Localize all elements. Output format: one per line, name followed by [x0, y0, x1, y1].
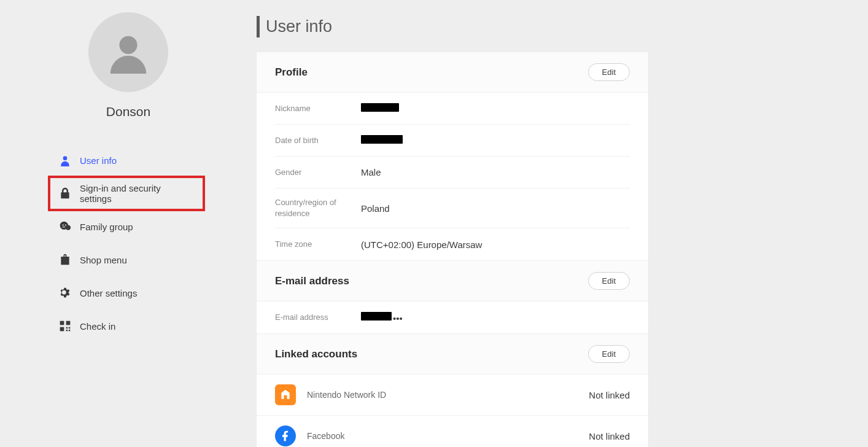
nav-label: Other settings: [80, 288, 137, 298]
linked-name: Facebook: [307, 431, 589, 441]
linked-title: Linked accounts: [275, 348, 357, 360]
lock-icon: [59, 187, 71, 200]
shop-icon: [59, 254, 71, 266]
row-nickname: Nickname: [275, 93, 630, 125]
redacted-email: [361, 312, 392, 321]
sidebar: Donson User info Sign-in and security se…: [0, 0, 257, 447]
nav-user-info[interactable]: User info: [49, 144, 257, 177]
nav-label: Check in: [80, 321, 115, 332]
email-title: E-mail address: [275, 275, 349, 287]
label-gender: Gender: [275, 167, 361, 178]
value-dob: [361, 135, 630, 146]
email-header: E-mail address Edit: [257, 260, 648, 301]
svg-point-4: [63, 224, 64, 225]
linked-header: Linked accounts Edit: [257, 333, 648, 375]
family-icon: [59, 220, 71, 233]
main: User info Profile Edit Nickname Date of …: [257, 0, 868, 447]
linked-nintendo: Nintendo Network ID Not linked: [257, 375, 648, 416]
facebook-icon: [275, 426, 296, 446]
row-gender: Gender Male: [275, 157, 630, 189]
linked-facebook: Facebook Not linked: [257, 416, 648, 447]
nav-label: Shop menu: [80, 255, 127, 265]
svg-rect-9: [66, 327, 68, 329]
nav-security[interactable]: Sign-in and security settings: [49, 177, 204, 210]
svg-rect-7: [66, 321, 71, 325]
row-email: E-mail address •••: [275, 301, 630, 333]
value-country: Poland: [361, 203, 630, 214]
nav-shop[interactable]: Shop menu: [49, 243, 257, 276]
nav-checkin[interactable]: Check in: [49, 309, 257, 343]
linked-status: Not linked: [589, 431, 630, 441]
value-email: •••: [361, 312, 630, 324]
label-dob: Date of birth: [275, 135, 361, 146]
nintendo-icon: [275, 384, 296, 405]
svg-point-3: [66, 225, 71, 230]
svg-point-5: [65, 224, 66, 225]
svg-rect-6: [60, 321, 64, 325]
username: Donson: [106, 104, 150, 119]
nav-family[interactable]: Family group: [49, 210, 257, 243]
redacted-nickname: [361, 103, 399, 112]
nav-label: Family group: [80, 222, 133, 232]
edit-linked-button[interactable]: Edit: [588, 345, 630, 363]
svg-rect-10: [69, 327, 71, 329]
linked-status: Not linked: [589, 390, 630, 400]
profile-title: Profile: [275, 66, 308, 79]
person-icon: [59, 154, 71, 166]
row-timezone: Time zone (UTC+02:00) Europe/Warsaw: [275, 228, 630, 260]
label-email: E-mail address: [275, 312, 361, 323]
avatar[interactable]: [88, 12, 168, 92]
value-gender: Male: [361, 167, 630, 177]
row-dob: Date of birth: [275, 125, 630, 157]
redacted-dob: [361, 135, 403, 144]
nav-other[interactable]: Other settings: [49, 276, 257, 309]
edit-email-button[interactable]: Edit: [588, 272, 630, 290]
linked-name: Nintendo Network ID: [307, 390, 589, 400]
profile-header: Profile Edit: [257, 52, 648, 93]
qr-icon: [59, 320, 71, 332]
row-country: Country/region of residence Poland: [275, 189, 630, 228]
email-suffix: •••: [393, 313, 403, 324]
page-title: User info: [257, 16, 868, 37]
value-nickname: [361, 103, 630, 114]
label-country: Country/region of residence: [275, 197, 361, 219]
svg-point-0: [119, 36, 137, 54]
content: Profile Edit Nickname Date of birth Gend…: [257, 52, 648, 447]
nav: User info Sign-in and security settings …: [0, 144, 257, 343]
svg-rect-11: [66, 330, 68, 332]
value-timezone: (UTC+02:00) Europe/Warsaw: [361, 239, 630, 250]
svg-point-1: [63, 156, 68, 160]
label-timezone: Time zone: [275, 239, 361, 250]
nav-label: User info: [80, 155, 117, 166]
edit-profile-button[interactable]: Edit: [588, 63, 630, 81]
nav-label: Sign-in and security settings: [80, 183, 194, 204]
svg-rect-8: [60, 327, 64, 332]
svg-rect-12: [69, 330, 71, 332]
gear-icon: [59, 287, 71, 299]
person-icon: [107, 31, 150, 74]
label-nickname: Nickname: [275, 103, 361, 114]
